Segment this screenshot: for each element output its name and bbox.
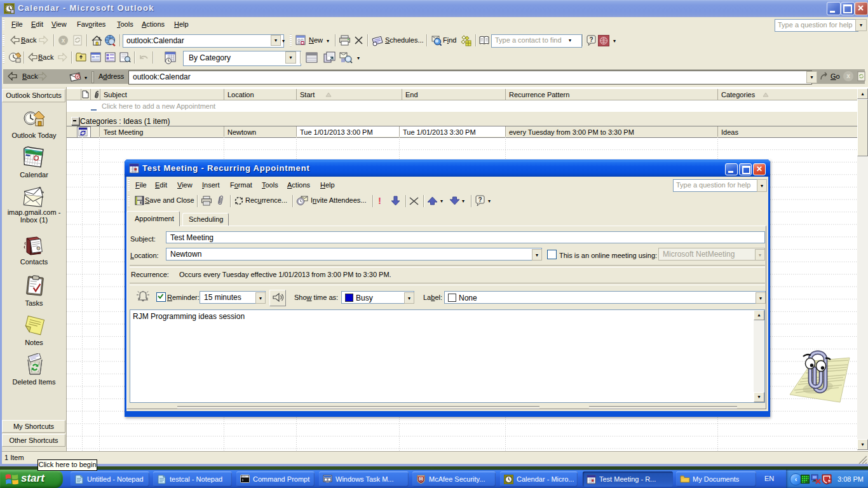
svg-text:M: M	[419, 477, 423, 481]
svg-text:C:\: C:\	[241, 475, 246, 478]
svg-text:?: ?	[589, 36, 593, 43]
svg-text:?: ?	[478, 196, 482, 203]
